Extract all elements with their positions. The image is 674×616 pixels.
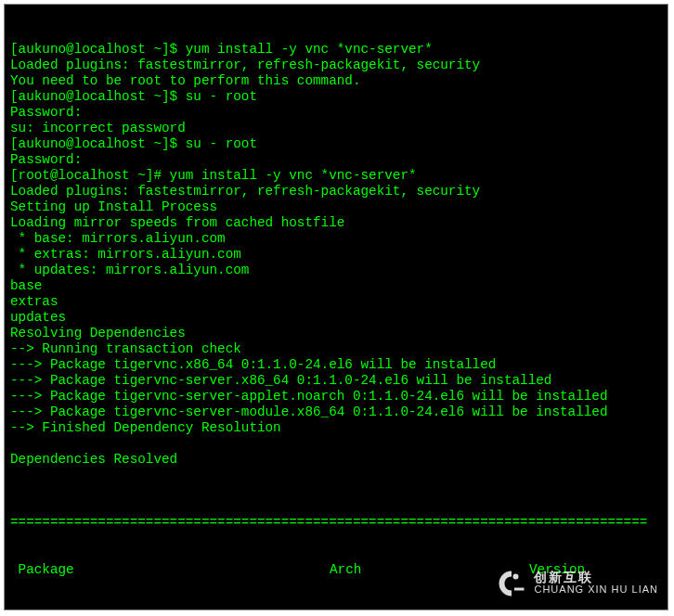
terminal-window[interactable]: [aukuno@localhost ~]$ yum install -y vnc…	[4, 4, 668, 610]
terminal-line: Loaded plugins: fastestmirror, refresh-p…	[10, 184, 668, 199]
watermark: 创新互联 CHUANG XIN HU LIAN	[495, 567, 658, 600]
terminal-line: su: incorrect password	[10, 121, 668, 136]
terminal-line	[10, 468, 668, 483]
terminal-line: ---> Package tigervnc-server.x86_64 0:1.…	[10, 373, 668, 389]
terminal-line: [aukuno@localhost ~]$ su - root	[10, 136, 668, 152]
terminal-line: Dependencies Resolved	[10, 452, 668, 468]
terminal-line: [aukuno@localhost ~]$ yum install -y vnc…	[10, 42, 668, 58]
terminal-line: base	[10, 278, 668, 294]
terminal-line: ---> Package tigervnc-server-applet.noar…	[10, 389, 668, 404]
col-header-package: Package	[10, 562, 330, 578]
svg-point-0	[513, 574, 519, 580]
terminal-line: Loading mirror speeds from cached hostfi…	[10, 215, 668, 231]
divider-line: ========================================…	[10, 610, 668, 610]
terminal-line: updates	[10, 310, 668, 326]
terminal-line: * extras: mirrors.aliyun.com	[10, 247, 668, 263]
terminal-line: * updates: mirrors.aliyun.com	[10, 263, 668, 278]
terminal-line: Resolving Dependencies	[10, 326, 668, 341]
terminal-line: * base: mirrors.aliyun.com	[10, 231, 668, 247]
terminal-line: [root@localhost ~]# yum install -y vnc *…	[10, 168, 668, 184]
terminal-line: --> Finished Dependency Resolution	[10, 420, 668, 436]
terminal-line: ---> Package tigervnc.x86_64 0:1.1.0-24.…	[10, 357, 668, 373]
terminal-line: extras	[10, 294, 668, 310]
terminal-output: [aukuno@localhost ~]$ yum install -y vnc…	[10, 42, 668, 483]
svg-rect-1	[514, 588, 525, 591]
terminal-line	[10, 436, 668, 452]
terminal-line: You need to be root to perform this comm…	[10, 73, 668, 89]
watermark-text-en: CHUANG XIN HU LIAN	[534, 584, 658, 596]
terminal-line: --> Running transaction check	[10, 341, 668, 357]
terminal-line: ---> Package tigervnc-server-module.x86_…	[10, 404, 668, 420]
terminal-line: Password:	[10, 105, 668, 121]
watermark-text-cn: 创新互联	[534, 571, 658, 584]
terminal-line: Password:	[10, 152, 668, 168]
divider-line: ========================================…	[10, 515, 668, 531]
watermark-logo-icon	[495, 567, 528, 600]
terminal-line: [aukuno@localhost ~]$ su - root	[10, 89, 668, 105]
terminal-line: Loaded plugins: fastestmirror, refresh-p…	[10, 58, 668, 73]
terminal-line: Setting up Install Process	[10, 199, 668, 215]
